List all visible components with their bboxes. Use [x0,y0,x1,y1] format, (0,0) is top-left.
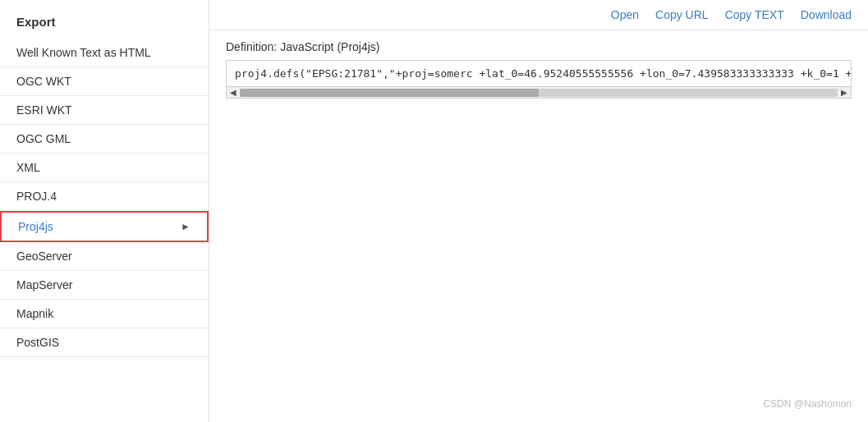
sidebar-item-label: Mapnik [16,307,53,320]
copy-text-link[interactable]: Copy TEXT [725,8,784,21]
scroll-left-arrow[interactable]: ◀ [228,88,238,98]
sidebar-item-geoserver[interactable]: GeoServer [0,242,209,271]
sidebar-item-label: GeoServer [16,250,72,263]
sidebar: Export Well Known Text as HTML OGC WKT E… [0,0,209,422]
download-link[interactable]: Download [801,8,852,21]
chevron-right-icon: ► [181,221,191,232]
watermark: CSDN @Nashomon [763,398,852,410]
scrollbar-track[interactable] [240,89,838,97]
sidebar-item-label: ESRI WKT [16,103,72,117]
sidebar-item-ogcgml[interactable]: OGC GML [0,125,209,154]
sidebar-item-label: Proj4js [18,220,53,233]
definition-header: Definition: JavaScript (Proj4js) [209,30,868,60]
sidebar-item-postgis[interactable]: PostGIS [0,328,209,357]
sidebar-title: Export [0,8,209,39]
sidebar-item-label: PROJ.4 [16,190,57,203]
sidebar-item-xml[interactable]: XML [0,154,209,182]
sidebar-item-label: PostGIS [16,336,59,349]
definition-code: proj4.defs("EPSG:21781","+proj=somerc +l… [227,61,851,86]
definition-code-wrapper: proj4.defs("EPSG:21781","+proj=somerc +l… [226,60,852,99]
sidebar-item-esriwkt[interactable]: ESRI WKT [0,96,209,125]
copy-url-link[interactable]: Copy URL [655,8,709,21]
scroll-right-arrow[interactable]: ▶ [839,88,849,98]
sidebar-item-ogcwkt[interactable]: OGC WKT [0,67,209,96]
sidebar-item-label: OGC WKT [16,75,71,88]
sidebar-item-wkhtml[interactable]: Well Known Text as HTML [0,39,209,67]
sidebar-item-proj4[interactable]: PROJ.4 [0,182,209,211]
main-content: Open Copy URL Copy TEXT Download Definit… [209,0,868,422]
scrollbar-area[interactable]: ◀ ▶ [227,86,851,98]
sidebar-item-label: XML [16,161,40,174]
sidebar-item-mapnik[interactable]: Mapnik [0,300,209,328]
sidebar-item-proj4js[interactable]: Proj4js ► [0,211,209,242]
sidebar-item-label: OGC GML [16,132,71,145]
sidebar-item-label: Well Known Text as HTML [16,46,151,59]
scrollbar-thumb[interactable] [240,89,539,97]
definition-area: Definition: JavaScript (Proj4js) proj4.d… [209,30,868,422]
open-link[interactable]: Open [611,8,639,21]
sidebar-item-label: MapServer [16,278,72,291]
top-bar: Open Copy URL Copy TEXT Download [209,0,868,30]
sidebar-item-mapserver[interactable]: MapServer [0,271,209,300]
